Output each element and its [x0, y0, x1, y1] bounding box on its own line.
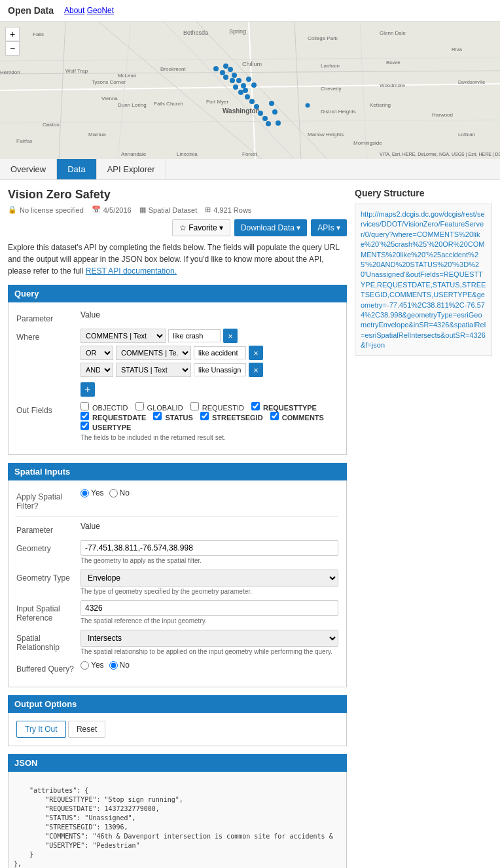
remove-where-1-button[interactable]: × [223, 329, 238, 343]
cb-status[interactable]: STATUS [153, 414, 192, 422]
star-icon: ☆ [179, 223, 187, 232]
buffered-label: Buffered Query? [16, 660, 75, 674]
buffered-no-radio[interactable] [109, 661, 118, 670]
value-col-2: Value [80, 522, 100, 531]
svg-point-60 [262, 116, 268, 121]
type-meta: ▦ Spatial Dataset [139, 206, 198, 214]
apply-filter-value: Yes No [80, 488, 338, 497]
svg-text:Brookmont: Brookmont [160, 66, 186, 72]
where-param-row: Where COMMENTS | Text × OR [16, 329, 338, 397]
grid-icon: ▦ [139, 206, 146, 214]
where-prefix-2[interactable]: OR [80, 346, 113, 360]
svg-text:Falls Church: Falls Church [154, 101, 183, 107]
svg-text:Vienna: Vienna [101, 96, 118, 101]
buffered-value: Yes No [80, 660, 338, 670]
remove-where-2-button[interactable]: × [249, 346, 263, 360]
svg-text:Marlow Heights: Marlow Heights [308, 132, 344, 137]
where-value-2[interactable] [194, 346, 246, 359]
cb-globalid[interactable]: GLOBALID [135, 404, 183, 412]
radio-yes-label[interactable]: Yes [80, 488, 104, 497]
radio-yes[interactable] [80, 489, 89, 497]
geometry-row: Geometry The geometry to apply as the sp… [16, 540, 338, 564]
tab-api-explorer[interactable]: API Explorer [97, 159, 166, 179]
spatial-ref-input[interactable] [80, 600, 338, 616]
svg-text:Bethesda: Bethesda [183, 29, 208, 36]
geometry-note: The geometry to apply as the spatial fil… [80, 557, 338, 564]
where-label: Where [16, 329, 75, 342]
remove-where-3-button[interactable]: × [249, 363, 263, 377]
svg-text:College Park: College Park [308, 35, 338, 41]
where-inputs: COMMENTS | Text × OR COMMENTS | Te... [80, 329, 338, 397]
buffered-no-label[interactable]: No [109, 660, 130, 670]
svg-text:Chillum: Chillum [242, 61, 262, 67]
api-doc-link[interactable]: REST API documentation. [86, 266, 177, 276]
svg-point-49 [223, 63, 228, 69]
cb-requestdate[interactable]: REQUESTDATE [80, 414, 146, 422]
where-field-1[interactable]: COMMENTS | Text [80, 329, 166, 343]
output-section: Output Options Try It Out Reset [8, 695, 347, 746]
where-field-3[interactable]: STATUS | Text [116, 363, 191, 377]
geometry-type-note: The type of geometry specified by the ge… [80, 588, 338, 595]
apis-button[interactable]: APIs ▾ [311, 219, 347, 236]
where-value-1[interactable] [168, 329, 221, 342]
lock-icon: 🔒 [8, 206, 17, 214]
description: Explore this dataset's API by completing… [8, 242, 347, 277]
calendar-icon: 📅 [92, 206, 101, 214]
tab-overview[interactable]: Overview [0, 159, 57, 179]
geometry-input[interactable] [80, 540, 338, 556]
query-section: Query Parameter Value Where COMMENTS | T… [8, 285, 347, 455]
cb-usertype[interactable]: USERTYPE [80, 424, 131, 431]
radio-no[interactable] [109, 489, 118, 497]
map: Bethesda Spring College Park Glenn Dale … [0, 22, 500, 159]
svg-text:Lothian: Lothian [458, 132, 475, 137]
svg-text:McLean: McLean [118, 73, 136, 79]
radio-no-label[interactable]: No [109, 488, 130, 497]
svg-text:Forest: Forest [242, 151, 257, 157]
add-where-button[interactable]: + [80, 382, 95, 397]
try-it-out-button[interactable]: Try It Out [16, 721, 66, 738]
svg-point-54 [241, 83, 246, 88]
cb-objectid[interactable]: OBJECTID [80, 404, 128, 412]
svg-text:Harwood: Harwood [432, 112, 453, 118]
cb-requestid[interactable]: REQUESTID [190, 404, 244, 412]
spatial-ref-label: Input Spatial Reference [16, 600, 75, 623]
spatial-rel-value: Intersects The spatial relationship to b… [80, 630, 338, 655]
favorite-button[interactable]: ☆ Favorite ▾ [172, 219, 230, 236]
where-value-3[interactable] [194, 363, 246, 376]
where-field-2[interactable]: COMMENTS | Te... [116, 346, 191, 360]
fields-note: The fields to be included in the returne… [80, 434, 338, 441]
value-col-header: Value [80, 310, 100, 319]
where-prefix-3[interactable]: AND [80, 363, 113, 377]
rows-meta: ⊞ 4,921 Rows [205, 206, 251, 214]
zoom-in-button[interactable]: + [5, 27, 20, 41]
cb-comments[interactable]: COMMENTS [270, 414, 324, 422]
svg-point-59 [258, 111, 263, 116]
buffered-yes-radio[interactable] [80, 661, 89, 670]
cb-requesttype[interactable]: REQUESTTYPE [251, 404, 317, 412]
svg-point-65 [230, 78, 235, 83]
left-column: Vision Zero Safety 🔒 No license specifie… [8, 188, 347, 868]
svg-text:District Heights: District Heights [321, 109, 356, 115]
svg-text:Wolf Trap: Wolf Trap [65, 68, 88, 74]
header: Open Data About GeoNet [0, 0, 500, 22]
map-zoom-controls[interactable]: + − [5, 27, 20, 56]
reset-button[interactable]: Reset [68, 721, 105, 738]
nav-geonet[interactable]: GeoNet [87, 6, 114, 15]
json-body[interactable]: "attributes": { "REQUESTTYPE": "Stop sig… [8, 772, 347, 868]
query-header: Query [8, 285, 347, 302]
apply-filter-radios: Yes No [80, 488, 338, 497]
buffered-yes-label[interactable]: Yes [80, 660, 104, 670]
download-button[interactable]: Download Data ▾ [234, 219, 307, 236]
cb-streetsegid[interactable]: STREETSEGID [200, 414, 263, 422]
tab-data[interactable]: Data [57, 159, 96, 179]
geometry-type-select[interactable]: Envelope [80, 570, 338, 587]
param-header-row-2: Parameter Value [16, 522, 338, 535]
query-body: Parameter Value Where COMMENTS | Text × [8, 302, 347, 455]
spatial-rel-select[interactable]: Intersects [80, 630, 338, 647]
svg-text:Washington: Washington [223, 107, 260, 115]
svg-point-56 [245, 94, 250, 99]
svg-point-63 [233, 84, 238, 90]
query-url: http://maps2.dcgis.dc.gov/dcgis/rest/ser… [355, 204, 492, 356]
nav-about[interactable]: About [64, 6, 84, 15]
zoom-out-button[interactable]: − [5, 41, 20, 56]
